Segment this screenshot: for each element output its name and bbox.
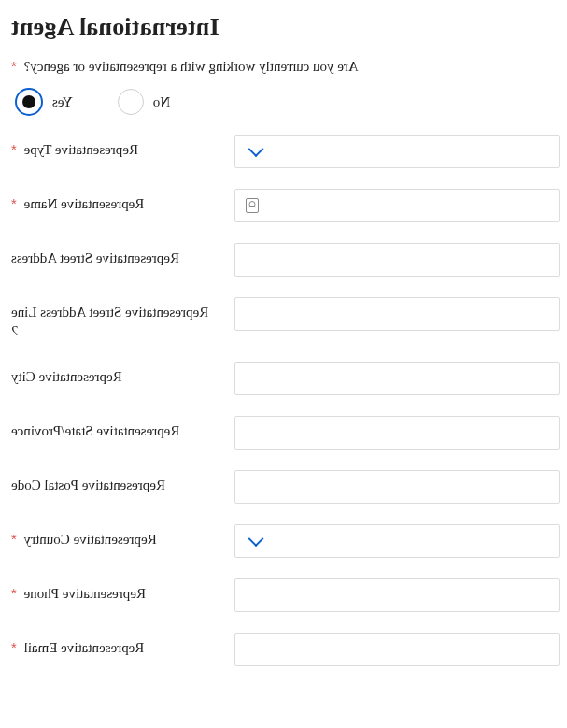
rep-addr2-input[interactable] — [234, 297, 560, 331]
rep-type-label: Representative Type — [24, 142, 138, 157]
rep-city-input[interactable] — [234, 362, 560, 395]
field-rep-addr2: Representative Street Address Line 2 — [11, 297, 560, 341]
chevron-down-icon — [248, 141, 264, 157]
required-marker: * — [11, 531, 17, 547]
rep-phone-input[interactable] — [234, 578, 560, 612]
field-rep-phone: Representative Phone * — [11, 578, 560, 612]
contact-card-icon — [246, 198, 259, 213]
rep-phone-label: Representative Phone — [24, 586, 146, 601]
chevron-down-icon — [248, 531, 264, 547]
field-rep-state: Representative State/Province — [11, 416, 560, 450]
rep-addr1-label: Representative Street Address — [11, 250, 179, 265]
rep-postal-label: Representative Postal Code — [11, 478, 165, 492]
agent-question-row: Are you currently working with a represe… — [11, 58, 560, 75]
field-rep-type: Representative Type * — [11, 135, 560, 168]
field-rep-city: Representative City — [11, 362, 560, 395]
radio-label-no: No — [153, 94, 170, 110]
rep-name-input[interactable] — [234, 189, 560, 222]
radio-no[interactable] — [118, 89, 144, 115]
field-rep-name: Representative Name * — [11, 189, 560, 222]
field-rep-addr1: Representative Street Address — [11, 243, 560, 277]
page-title: International Agent — [11, 13, 560, 41]
rep-country-select[interactable] — [234, 524, 560, 558]
radio-yes[interactable] — [15, 88, 43, 116]
rep-state-input[interactable] — [234, 416, 560, 450]
rep-email-input[interactable] — [234, 633, 560, 666]
required-marker: * — [11, 195, 17, 211]
agent-radio-group: No Yes — [11, 88, 560, 116]
radio-label-yes: Yes — [52, 94, 73, 110]
rep-addr1-input[interactable] — [234, 243, 560, 277]
field-rep-email: Representative Email * — [11, 633, 560, 666]
radio-option-no[interactable]: No — [118, 89, 170, 115]
agent-question-text: Are you currently working with a represe… — [24, 59, 359, 74]
required-marker: * — [11, 58, 17, 74]
field-rep-postal: Representative Postal Code — [11, 470, 560, 504]
rep-addr2-label: Representative Street Address Line 2 — [11, 305, 208, 338]
field-rep-country: Representative Country * — [11, 524, 560, 558]
rep-country-label: Representative Country — [24, 532, 157, 547]
rep-email-label: Representative Email — [24, 640, 145, 655]
required-marker: * — [11, 639, 17, 655]
rep-postal-input[interactable] — [234, 470, 560, 504]
radio-option-yes[interactable]: Yes — [15, 88, 73, 116]
rep-name-label: Representative Name — [24, 196, 145, 211]
rep-city-label: Representative City — [11, 369, 122, 384]
required-marker: * — [11, 141, 17, 157]
rep-state-label: Representative State/Province — [11, 423, 179, 438]
rep-type-select[interactable] — [234, 135, 560, 168]
required-marker: * — [11, 585, 17, 601]
